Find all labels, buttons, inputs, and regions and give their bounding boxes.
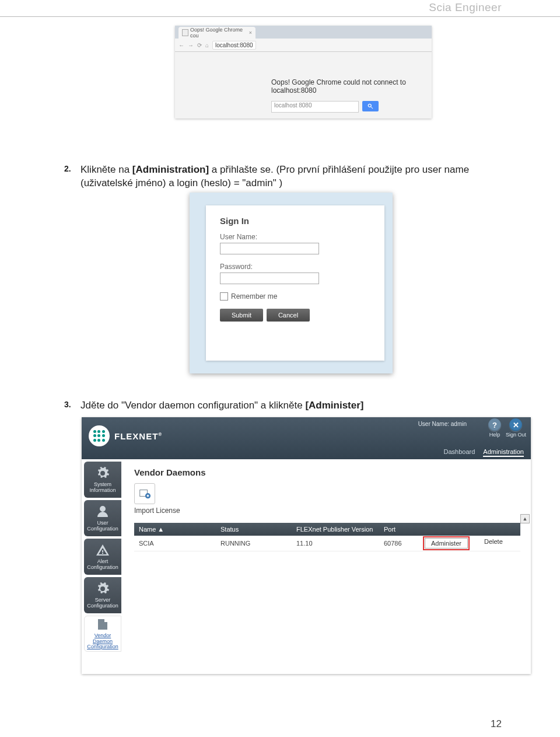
address-bar[interactable]: localhost:8080 <box>212 41 256 50</box>
help-icon: ? <box>488 418 501 431</box>
chrome-error-message: Oops! Google Chrome could not connect to… <box>271 78 417 95</box>
step-bold: [Administration] <box>132 164 209 175</box>
sidebar-label: Alert Configuration <box>85 559 120 570</box>
flexnet-screenshot: FLEXNET® User Name: admin ? Help ✕ Sign … <box>82 417 531 674</box>
signin-title: Sign In <box>220 216 370 226</box>
flexnet-brand: FLEXNET <box>114 431 158 441</box>
remember-me-row[interactable]: Remember me <box>220 292 370 301</box>
user-icon <box>96 505 110 519</box>
import-license-button[interactable] <box>134 483 155 504</box>
document-icon <box>96 617 110 631</box>
checkbox-icon[interactable] <box>220 292 228 301</box>
password-input[interactable] <box>220 273 319 284</box>
forward-icon[interactable]: → <box>188 42 194 48</box>
signout-icon: ✕ <box>509 418 522 431</box>
table-row: SCIA RUNNING 11.10 60786 Administer Dele… <box>134 536 520 551</box>
help-button[interactable]: ? Help <box>488 418 501 438</box>
step-text: Klikněte na <box>80 164 132 175</box>
flexnet-logo: FLEXNET® <box>89 425 162 446</box>
step-text: Jděte do "Vendor daemon configuration" a… <box>80 400 305 411</box>
back-icon[interactable]: ← <box>178 42 184 48</box>
close-icon[interactable]: × <box>249 30 252 36</box>
signin-screenshot: Sign In User Name: Password: Remember me… <box>190 193 393 373</box>
step-number: 2. <box>64 163 71 174</box>
cell-version: 11.10 <box>296 540 384 547</box>
sidebar-item-system-information[interactable]: System Information <box>84 462 121 498</box>
flexnet-main: Vendor Daemons Import License Name <box>124 459 531 674</box>
import-icon <box>138 487 151 500</box>
sidebar-item-vendor-daemon[interactable]: Vendor Daemon Configuration <box>84 616 121 652</box>
sidebar-item-server-configuration[interactable]: Server Configuration <box>84 577 121 613</box>
tab-administration[interactable]: Administration <box>483 448 524 457</box>
chrome-search-button[interactable] <box>362 101 379 111</box>
col-name[interactable]: Name ▲ <box>139 526 220 533</box>
flexnet-username-line: User Name: admin <box>418 421 467 427</box>
page-number: 12 <box>491 718 502 730</box>
cancel-button[interactable]: Cancel <box>267 309 310 322</box>
search-icon <box>368 103 373 109</box>
gear-icon <box>96 466 110 480</box>
administer-button[interactable]: Administer <box>425 538 468 549</box>
col-port[interactable]: Port <box>384 526 425 533</box>
vendor-daemons-title: Vendor Daemons <box>134 467 520 477</box>
cell-name: SCIA <box>139 540 220 547</box>
step-2: 2. Klikněte na [Administration] a přihla… <box>80 163 501 190</box>
sidebar-label: Server Configuration <box>85 598 120 609</box>
chrome-screenshot: Oops! Google Chrome cou × ← → ⟳ ⌂ localh… <box>175 26 432 118</box>
chrome-search-input[interactable]: localhost 8080 <box>271 101 359 113</box>
signin-card: Sign In User Name: Password: Remember me… <box>206 205 384 361</box>
sidebar-item-alert-configuration[interactable]: Alert Configuration <box>84 539 121 575</box>
sidebar-label: User Configuration <box>85 521 120 532</box>
col-name-label: Name <box>139 526 156 533</box>
scroll-up-icon[interactable]: ▲ <box>520 514 530 523</box>
alert-icon <box>96 543 110 557</box>
signout-label: Sign Out <box>506 432 526 438</box>
signout-button[interactable]: ✕ Sign Out <box>506 418 526 438</box>
tab-dashboard[interactable]: Dashboard <box>443 448 475 457</box>
import-license-label: Import License <box>134 507 180 515</box>
sort-asc-icon: ▲ <box>158 526 164 533</box>
flexnet-logo-icon <box>89 425 110 446</box>
chrome-tab-title: Oops! Google Chrome cou <box>190 27 246 39</box>
step-3: 3. Jděte do "Vendor daemon configuration… <box>80 399 501 413</box>
username-input[interactable] <box>220 243 319 254</box>
flexnet-sidebar: System Information User Configuration Al… <box>82 459 124 674</box>
help-label: Help <box>489 432 501 438</box>
sidebar-label: Vendor Daemon Configuration <box>86 633 120 649</box>
step-bold: [Administer] <box>305 400 363 411</box>
chrome-body: Oops! Google Chrome could not connect to… <box>175 52 432 118</box>
chrome-tabbar: Oops! Google Chrome cou × <box>175 26 432 39</box>
submit-button[interactable]: Submit <box>220 309 263 322</box>
remember-label: Remember me <box>231 292 277 301</box>
gear-icon <box>96 582 110 596</box>
home-icon[interactable]: ⌂ <box>205 42 209 48</box>
sidebar-item-user-configuration[interactable]: User Configuration <box>84 500 121 536</box>
password-label: Password: <box>220 263 370 271</box>
flexnet-topbar: FLEXNET® User Name: admin ? Help ✕ Sign … <box>82 417 531 459</box>
col-version[interactable]: FLEXnet Publisher Version <box>296 526 384 533</box>
favicon-icon <box>182 29 188 36</box>
cell-status: RUNNING <box>220 540 296 547</box>
username-label: User Name: <box>220 233 370 241</box>
chrome-tab[interactable]: Oops! Google Chrome cou × <box>178 27 256 39</box>
chrome-navbar: ← → ⟳ ⌂ localhost:8080 <box>175 39 432 52</box>
col-status[interactable]: Status <box>220 526 296 533</box>
step-number: 3. <box>64 399 71 410</box>
reload-icon[interactable]: ⟳ <box>197 42 202 48</box>
cell-port: 60786 <box>384 540 425 547</box>
header-brand: Scia Engineer <box>429 1 502 14</box>
sidebar-label: System Information <box>85 482 120 493</box>
table-header: Name ▲ Status FLEXnet Publisher Version … <box>134 523 520 536</box>
delete-link[interactable]: Delete <box>484 538 503 549</box>
header-rule <box>0 16 560 17</box>
